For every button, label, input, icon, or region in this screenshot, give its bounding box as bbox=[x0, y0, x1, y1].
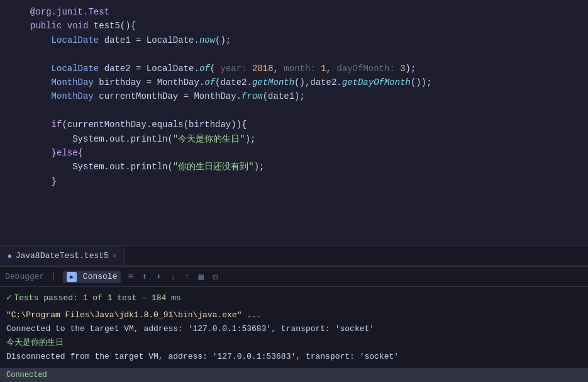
line-content: if(currentMonthDay.equals(birthday)){ bbox=[25, 118, 588, 132]
tab-item-java8datetest[interactable]: ◆ Java8DateTest.test5 × bbox=[0, 246, 125, 266]
line-content: @org.junit.Test bbox=[25, 5, 588, 19]
status-bar: Connected bbox=[0, 368, 588, 382]
tab-label: Java8DateTest.test5 bbox=[16, 251, 109, 261]
tab-bar: ◆ Java8DateTest.test5 × bbox=[0, 245, 588, 266]
app-container: @org.junit.Test public void test5(){ Loc… bbox=[0, 0, 588, 382]
code-line: } bbox=[0, 174, 588, 188]
code-line: System.out.println("今天是你的生日"); bbox=[0, 132, 588, 146]
console-icon: ▶ bbox=[67, 272, 77, 282]
check-icon: ✓ bbox=[6, 291, 11, 306]
line-content: } bbox=[25, 174, 588, 188]
console-connected-line: Connected to the target VM, address: '12… bbox=[6, 322, 582, 336]
code-line: LocalDate date2 = LocalDate.of( year: 20… bbox=[0, 62, 588, 76]
toolbar-menu-icon[interactable]: ≡ bbox=[126, 271, 135, 283]
code-line: MonthDay birthday = MonthDay.of(date2.ge… bbox=[0, 76, 588, 89]
toolbar-up-icon[interactable]: ⬆ bbox=[140, 270, 149, 283]
line-content: System.out.println("今天是你的生日"); bbox=[25, 132, 588, 146]
toolbar-wrap-icon[interactable]: ⧈ bbox=[211, 271, 220, 283]
code-line: System.out.println("你的生日还没有到"); bbox=[0, 160, 588, 174]
line-content: MonthDay currentMonthDay = MonthDay.from… bbox=[25, 89, 588, 103]
test-passed-text: Tests passed: 1 of 1 test – 184 ms bbox=[14, 291, 180, 305]
console-chinese-line: 今天是你的生日 bbox=[6, 336, 582, 350]
line-content: System.out.println("你的生日还没有到"); bbox=[25, 160, 588, 174]
toolbar-down-icon[interactable]: ⬇ bbox=[154, 270, 163, 283]
line-content: }else{ bbox=[25, 146, 588, 160]
console-label: Console bbox=[83, 272, 118, 281]
toolbar-down2-icon[interactable]: ↓ bbox=[169, 271, 177, 283]
bottom-panel: Debugger | ▶ Console ≡ ⬆ ⬇ ↓ ↑ ▦ ⧈ ✓ Tes… bbox=[0, 266, 588, 382]
tab-file-icon: ◆ bbox=[8, 252, 12, 260]
debugger-label[interactable]: Debugger bbox=[5, 272, 44, 281]
code-line: public void test5(){ bbox=[0, 19, 588, 33]
code-line bbox=[0, 104, 588, 118]
toolbar-up2-icon[interactable]: ↑ bbox=[182, 271, 191, 283]
editor-area: @org.junit.Test public void test5(){ Loc… bbox=[0, 0, 588, 245]
line-content bbox=[25, 47, 588, 61]
line-content: LocalDate date1 = LocalDate.now(); bbox=[25, 33, 588, 47]
code-line: }else{ bbox=[0, 146, 588, 160]
line-content bbox=[25, 104, 588, 118]
console-tab[interactable]: ▶ Console bbox=[63, 271, 121, 283]
test-passed-line: ✓ Tests passed: 1 of 1 test – 184 ms bbox=[6, 291, 582, 306]
console-disconnected-line: Disconnected from the target VM, address… bbox=[6, 350, 582, 364]
line-content: MonthDay birthday = MonthDay.of(date2.ge… bbox=[25, 76, 588, 89]
tab-close-button[interactable]: × bbox=[113, 252, 117, 260]
code-line: MonthDay currentMonthDay = MonthDay.from… bbox=[0, 89, 588, 103]
code-line bbox=[0, 47, 588, 61]
panel-toolbar: Debugger | ▶ Console ≡ ⬆ ⬇ ↓ ↑ ▦ ⧈ bbox=[0, 267, 588, 287]
line-content: public void test5(){ bbox=[25, 19, 588, 33]
code-line: if(currentMonthDay.equals(birthday)){ bbox=[0, 118, 588, 132]
code-line: LocalDate date1 = LocalDate.now(); bbox=[0, 33, 588, 47]
line-content: LocalDate date2 = LocalDate.of( year: 20… bbox=[25, 62, 588, 76]
toolbar-grid-icon[interactable]: ▦ bbox=[197, 270, 206, 283]
code-line: @org.junit.Test bbox=[0, 5, 588, 19]
status-connected-text: Connected bbox=[6, 371, 47, 379]
console-cmd-line: "C:\Program Files\Java\jdk1.8.0_91\bin\j… bbox=[6, 308, 582, 322]
